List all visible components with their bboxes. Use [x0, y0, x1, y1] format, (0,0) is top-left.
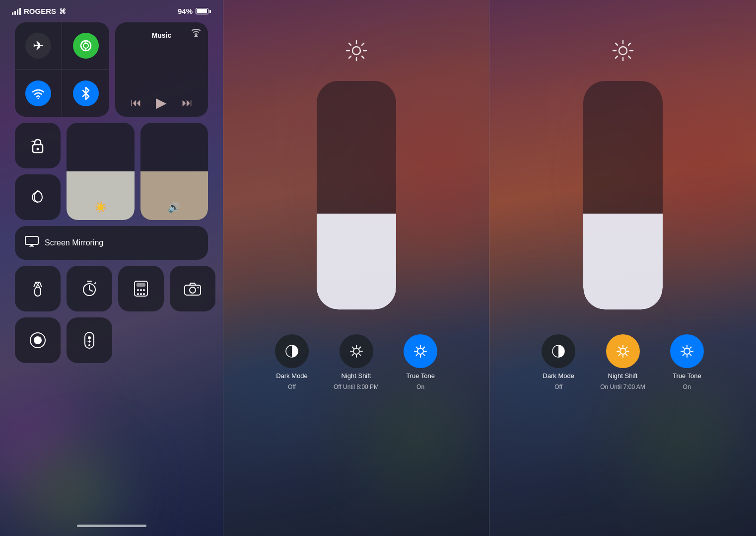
forward-button[interactable]: ⏭: [182, 96, 193, 109]
screen-mirroring-icon: [25, 236, 39, 250]
connectivity-block: ✈: [15, 22, 109, 117]
slider-pair: ☀️ 🔊: [67, 123, 208, 220]
panel2-blob3: [365, 387, 464, 486]
svg-line-58: [416, 347, 418, 349]
screen-lock-button[interactable]: [15, 123, 61, 168]
true-tone-label: True Tone: [406, 372, 435, 380]
svg-line-70: [616, 56, 618, 58]
play-button[interactable]: ▶: [156, 94, 167, 111]
svg-line-51: [359, 347, 360, 349]
svg-line-42: [349, 56, 351, 58]
timer-button[interactable]: [67, 266, 112, 311]
battery-icon: [196, 8, 211, 14]
airplay-icon[interactable]: [191, 28, 201, 40]
svg-line-59: [423, 354, 425, 356]
svg-line-61: [416, 354, 418, 356]
night-shift-label-3: Night Shift: [608, 372, 638, 380]
cc-container: ✈: [0, 18, 223, 373]
svg-line-88: [689, 347, 691, 349]
remote-button[interactable]: [67, 317, 112, 363]
night-shift-sublabel-3: On Until 7:00 AM: [600, 383, 645, 390]
panel3-blob3: [632, 387, 731, 486]
svg-line-50: [359, 354, 360, 356]
screen-mirroring-label: Screen Mirroring: [45, 238, 103, 247]
svg-point-18: [137, 289, 139, 291]
svg-point-28: [34, 336, 42, 344]
true-tone-group-3: True Tone On: [670, 334, 704, 390]
rewind-button[interactable]: ⏮: [131, 96, 141, 109]
carrier-label: ROGERS: [24, 7, 56, 15]
cellular-button[interactable]: [62, 22, 109, 70]
dark-mode-sublabel-3: Off: [554, 383, 562, 390]
dark-mode-group-3: Dark Mode Off: [542, 334, 575, 390]
flashlight-button[interactable]: [15, 266, 61, 311]
camera-button[interactable]: [170, 266, 215, 311]
svg-point-30: [88, 336, 91, 339]
svg-point-19: [140, 289, 142, 291]
dark-mode-label: Dark Mode: [276, 372, 308, 380]
status-left: ROGERS ⌘: [12, 7, 66, 15]
brightness-slider[interactable]: ☀️: [67, 123, 135, 220]
cc-row-2: ☀️ 🔊: [15, 123, 208, 220]
brightness-slider-expanded[interactable]: [317, 81, 396, 309]
night-shift-button[interactable]: [340, 334, 373, 368]
night-shift-slider-expanded[interactable]: [583, 81, 663, 309]
night-shift-button-3[interactable]: [606, 334, 640, 368]
true-tone-button[interactable]: [404, 334, 437, 368]
wifi-button[interactable]: [15, 70, 62, 117]
true-tone-button-3[interactable]: [670, 334, 704, 368]
svg-rect-7: [25, 236, 38, 244]
util-row-1: [15, 266, 208, 311]
svg-line-49: [352, 347, 353, 349]
svg-rect-17: [137, 283, 145, 287]
svg-line-40: [362, 56, 364, 58]
svg-point-1: [83, 43, 88, 48]
svg-line-69: [628, 43, 630, 45]
night-shift-sun-icon: [612, 40, 634, 66]
svg-line-89: [683, 354, 684, 356]
svg-line-77: [619, 347, 620, 349]
brightness-icon: ☀️: [94, 201, 107, 213]
music-block: Music ⏮ ▶ ⏭: [115, 22, 208, 117]
night-shift-sublabel: Off Until 8:00 PM: [334, 383, 379, 390]
night-shift-group: Night Shift Off Until 8:00 PM: [334, 334, 379, 390]
svg-line-80: [619, 354, 620, 356]
svg-point-20: [143, 289, 145, 291]
dark-mode-button[interactable]: [275, 334, 309, 368]
bottom-controls-panel2: Dark Mode Off Night Shift Off Until 8:00: [275, 334, 437, 390]
svg-point-26: [198, 287, 199, 289]
dark-mode-group: Dark Mode Off: [275, 334, 309, 390]
bottom-controls-panel3: Dark Mode Off Night Shift On Until 7:00 …: [542, 334, 704, 390]
screen-record-button[interactable]: [15, 317, 61, 363]
panel-brightness: Dark Mode Off Night Shift Off Until 8:00: [223, 0, 489, 536]
svg-point-34: [352, 47, 360, 55]
svg-point-23: [143, 293, 145, 295]
volume-slider[interactable]: 🔊: [140, 123, 208, 220]
bluetooth-button[interactable]: [62, 70, 109, 117]
true-tone-sublabel-3: On: [683, 383, 691, 390]
signal-icon: [12, 8, 21, 15]
svg-point-62: [619, 47, 627, 55]
panel-night-shift: Dark Mode Off Night Shift On Until 7:00 …: [489, 0, 756, 536]
svg-line-41: [362, 43, 364, 45]
screen-mirroring-button[interactable]: Screen Mirroring: [15, 226, 208, 260]
music-title-label: Music: [123, 29, 200, 39]
bluetooth-icon: [73, 80, 99, 106]
panel-control-center: ROGERS ⌘ 94% ✈: [0, 0, 223, 536]
status-right: 94%: [178, 7, 211, 15]
svg-point-33: [88, 344, 90, 346]
night-shift-label: Night Shift: [342, 372, 371, 380]
calculator-button[interactable]: [118, 266, 164, 311]
svg-point-72: [620, 348, 626, 354]
svg-line-78: [625, 354, 627, 356]
wifi-btn-icon: [25, 80, 51, 106]
util-row-2: [15, 317, 208, 363]
airplane-mode-button[interactable]: ✈: [15, 22, 62, 70]
dark-mode-button-3[interactable]: [542, 334, 575, 368]
brightness-sun-icon: [345, 40, 367, 66]
svg-point-6: [37, 148, 39, 151]
status-bar: ROGERS ⌘ 94%: [0, 0, 223, 18]
do-not-disturb-button[interactable]: [15, 174, 61, 220]
svg-line-86: [683, 347, 684, 349]
svg-point-21: [137, 293, 139, 295]
